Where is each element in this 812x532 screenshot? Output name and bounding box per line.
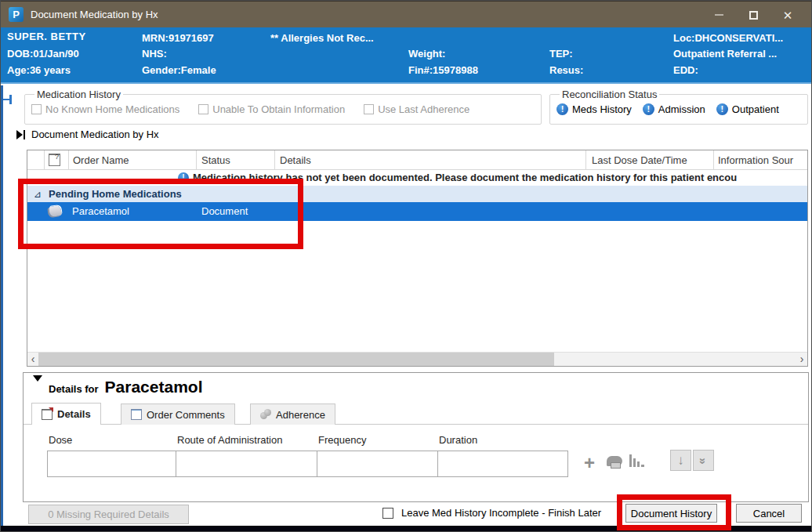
medication-history-group: Medication History No Known Home Medicat…	[24, 89, 542, 125]
chart-icon[interactable]	[629, 454, 647, 467]
checkbox-icon[interactable]	[198, 104, 208, 114]
patient-tep: TEP:	[549, 48, 573, 60]
patient-name: SUPER. BETTY	[7, 31, 86, 42]
checkbox-icon[interactable]	[364, 104, 374, 114]
details-prefix: Details for	[49, 383, 99, 395]
col-order-name[interactable]: Order Name	[73, 154, 129, 166]
reconciliation-status-legend: Reconciliation Status	[560, 89, 659, 100]
col-last-dose[interactable]: Last Dose Date/Time	[592, 154, 687, 166]
details-panel: Details for Paracetamol Details Order Co…	[23, 372, 809, 502]
patient-dob: DOB:01/Jan/90	[7, 48, 79, 60]
patient-outpatient-referral: Outpatient Referral ...	[673, 48, 777, 60]
maximize-icon	[749, 11, 758, 20]
info-icon: !	[178, 172, 189, 183]
scrollbar-thumb[interactable]	[38, 353, 554, 367]
scroll-right-icon[interactable]: ›	[796, 353, 807, 367]
double-chevron-icon: »	[697, 458, 710, 462]
table-horizontal-scrollbar[interactable]: ‹ ›	[27, 352, 807, 366]
details-tab-icon	[42, 409, 53, 420]
checkbox-no-known-home-medications[interactable]: No Known Home Medications	[31, 103, 179, 115]
warning-text: Medication history has not yet been docu…	[193, 172, 737, 183]
alert-icon: !	[643, 103, 654, 115]
duration-input[interactable]	[438, 451, 567, 476]
cell-order-name: Paracetamol	[72, 205, 129, 217]
reconciliation-status-group: Reconciliation Status ! Meds History ! A…	[549, 89, 808, 125]
missing-required-details-button: 0 Missing Required Details	[28, 505, 189, 524]
patient-allergies: ** Allergies Not Rec...	[270, 32, 374, 44]
section-arrow-icon[interactable]	[16, 130, 25, 139]
titlebar: P Document Medication by Hx ✕	[1, 1, 811, 27]
collapse-icon[interactable]	[33, 382, 42, 393]
tab-order-comments[interactable]: Order Comments	[121, 404, 235, 425]
checkbox-unable-to-obtain-information[interactable]: Unable To Obtain Information	[198, 103, 345, 115]
route-input[interactable]	[176, 451, 317, 476]
recon-meds-history: ! Meds History	[556, 103, 632, 115]
move-bottom-button[interactable]: »	[693, 450, 714, 471]
patient-age: Age:36 years	[7, 64, 71, 76]
move-down-button[interactable]: ↓	[670, 450, 691, 471]
details-tabstrip: Details Order Comments Adherence	[24, 403, 808, 425]
section-label: Document Medication by Hx	[31, 128, 159, 140]
document-medication-dialog: P Document Medication by Hx ✕ SUPER. BET…	[0, 0, 812, 532]
minimize-icon	[715, 14, 723, 16]
leave-incomplete-checkbox[interactable]: Leave Med History Incomplete - Finish La…	[382, 507, 601, 519]
app-icon: P	[9, 7, 24, 22]
medication-history-legend: Medication History	[34, 89, 123, 100]
label-route: Route of Administration	[177, 434, 282, 446]
label-dose: Dose	[49, 434, 72, 446]
label-duration: Duration	[439, 434, 477, 446]
patient-gender: Gender:Female	[142, 64, 216, 76]
patient-fin: Fin#:15978988	[408, 64, 478, 76]
document-history-button[interactable]: Document History	[625, 504, 717, 523]
tab-details[interactable]: Details	[31, 403, 101, 425]
col-details[interactable]: Details	[280, 154, 311, 166]
checkbox-icon[interactable]	[31, 104, 42, 114]
medication-icon	[49, 205, 62, 217]
alert-icon: !	[716, 103, 728, 115]
alert-icon: !	[556, 103, 568, 115]
dose-input[interactable]	[48, 451, 176, 476]
down-arrow-icon: ↓	[677, 453, 684, 469]
recon-outpatient: ! Outpatient	[716, 103, 779, 115]
close-button[interactable]: ✕	[770, 2, 805, 28]
patient-resus: Resus:	[549, 64, 583, 76]
checkbox-icon[interactable]	[382, 508, 393, 519]
patient-location: Loc:DHCONSERVATI...	[673, 32, 783, 44]
adherence-tab-icon	[260, 409, 271, 420]
details-medication-name: Paracetamol	[105, 378, 203, 396]
comment-icon[interactable]	[607, 456, 622, 466]
medication-row-paracetamol[interactable]: Paracetamol Document	[27, 202, 807, 221]
minimize-button[interactable]	[701, 2, 736, 28]
window-bottom-border	[1, 526, 811, 531]
checkbox-use-last-adherence[interactable]: Use Last Adherence	[364, 103, 469, 115]
close-icon: ✕	[783, 9, 793, 21]
order-comments-tab-icon	[131, 409, 142, 420]
patient-edd: EDD:	[673, 64, 698, 76]
expand-triangle-icon[interactable]: ⊿	[34, 189, 42, 200]
medication-table: ? Order Name Status Details Last Dose Da…	[27, 150, 808, 367]
window-title: Document Medication by Hx	[31, 9, 158, 20]
scroll-left-icon[interactable]: ‹	[27, 353, 38, 367]
maximize-button[interactable]	[736, 2, 770, 28]
col-status[interactable]: Status	[201, 154, 230, 166]
tab-adherence[interactable]: Adherence	[250, 404, 335, 425]
warning-row: ! Medication history has not yet been do…	[27, 170, 807, 185]
col-information-source[interactable]: Information Sour	[718, 154, 793, 166]
section-header: Document Medication by Hx	[16, 128, 159, 140]
patient-mrn: MRN:91971697	[142, 32, 214, 44]
cancel-button[interactable]: Cancel	[736, 504, 802, 523]
window-left-border	[1, 85, 3, 527]
patient-banner: SUPER. BETTY DOB:01/Jan/90 Age:36 years …	[1, 27, 811, 84]
patient-nhs: NHS:	[142, 48, 167, 60]
add-icon[interactable]: +	[584, 453, 595, 473]
recon-admission: ! Admission	[643, 103, 705, 115]
detail-input-row	[47, 451, 568, 477]
pending-home-medications-group-row[interactable]: ⊿ Pending Home Medications	[27, 186, 807, 202]
pin-icon[interactable]	[3, 94, 13, 105]
details-header: Details for Paracetamol	[33, 378, 202, 396]
order-details-column-icon: ?	[49, 154, 60, 166]
label-frequency: Frequency	[318, 434, 366, 446]
table-header: ? Order Name Status Details Last Dose Da…	[27, 150, 807, 170]
group-label: Pending Home Medications	[49, 188, 182, 200]
frequency-input[interactable]	[317, 451, 438, 476]
